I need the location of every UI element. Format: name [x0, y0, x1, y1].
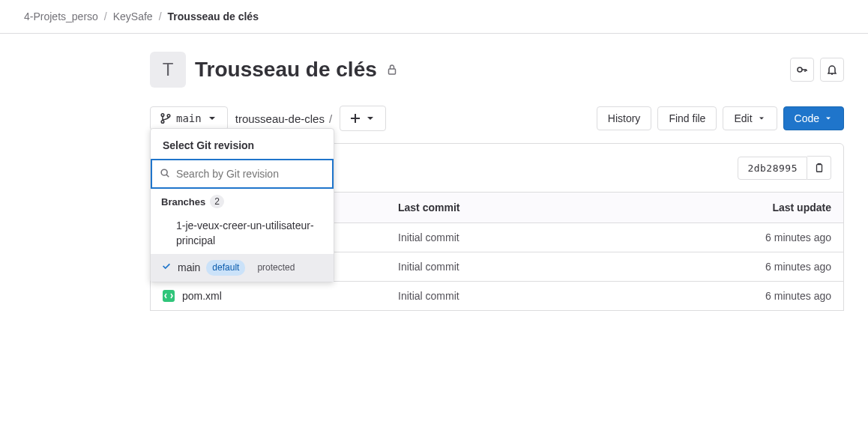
chevron-down-icon [824, 114, 833, 123]
protected-badge: protected [251, 260, 301, 276]
breadcrumb-link-0[interactable]: 4-Projets_perso [24, 10, 98, 22]
clipboard-icon [814, 163, 825, 173]
ssh-key-icon-button[interactable] [790, 58, 814, 82]
branches-count-badge: 2 [210, 195, 224, 208]
branch-selector-button[interactable]: main [150, 106, 228, 130]
branch-icon [160, 112, 172, 124]
chevron-down-icon [364, 112, 376, 124]
add-dropdown-button[interactable] [340, 106, 386, 131]
default-badge: default [206, 260, 245, 276]
check-icon [161, 261, 172, 276]
svg-rect-6 [816, 165, 822, 172]
project-avatar: T [150, 52, 186, 88]
svg-point-5 [161, 169, 167, 175]
svg-rect-0 [388, 69, 395, 74]
commit-message[interactable]: Initial commit [386, 282, 609, 311]
branches-section-title: Branches [161, 196, 205, 208]
branch-option-name: main [178, 261, 200, 276]
svg-point-2 [161, 114, 164, 117]
edit-dropdown-button[interactable]: Edit [723, 106, 777, 130]
project-title: Trousseau de clés [195, 58, 377, 82]
copy-sha-button[interactable] [807, 156, 831, 180]
svg-point-4 [167, 115, 170, 118]
commit-sha[interactable]: 2db28995 [738, 157, 807, 180]
breadcrumb-link-1[interactable]: KeySafe [113, 10, 153, 22]
search-icon [160, 168, 170, 181]
find-file-button[interactable]: Find file [657, 106, 717, 130]
file-name-text: pom.xml [182, 290, 222, 302]
chevron-down-icon [757, 114, 766, 123]
table-row[interactable]: pom.xml Initial commit 6 minutes ago [151, 282, 844, 311]
dropdown-title: Select Git revision [151, 129, 334, 159]
xml-file-icon [163, 290, 175, 302]
update-time: 6 minutes ago [609, 252, 843, 282]
history-button[interactable]: History [597, 106, 652, 130]
commit-message[interactable]: Initial commit [386, 252, 609, 282]
breadcrumb: 4-Projets_perso / KeySafe / Trousseau de… [0, 0, 868, 34]
plus-icon [349, 112, 361, 124]
branch-dropdown-panel: Select Git revision Branches 2 1-je-veux… [150, 128, 334, 282]
svg-point-3 [161, 121, 164, 124]
update-time: 6 minutes ago [609, 282, 843, 311]
update-time: 6 minutes ago [609, 223, 843, 252]
svg-point-1 [798, 67, 802, 72]
branch-name: main [176, 112, 202, 124]
code-dropdown-button[interactable]: Code [783, 106, 844, 130]
branch-search-input[interactable] [170, 160, 325, 187]
column-header-update: Last update [609, 193, 843, 223]
branch-option[interactable]: 1-je-veux-creer-un-utilisateur-principal [151, 213, 334, 254]
repository-path[interactable]: trousseau-de-cles/ [235, 112, 332, 125]
notification-bell-icon-button[interactable] [820, 58, 844, 82]
commit-message[interactable]: Initial commit [386, 223, 609, 252]
chevron-down-icon [206, 112, 218, 124]
breadcrumb-separator: / [104, 10, 107, 22]
column-header-commit: Last commit [386, 193, 609, 223]
breadcrumb-current: Trousseau de clés [168, 10, 259, 22]
lock-icon [386, 64, 398, 76]
breadcrumb-separator: / [159, 10, 162, 22]
branch-option-selected[interactable]: main default protected [151, 254, 334, 282]
